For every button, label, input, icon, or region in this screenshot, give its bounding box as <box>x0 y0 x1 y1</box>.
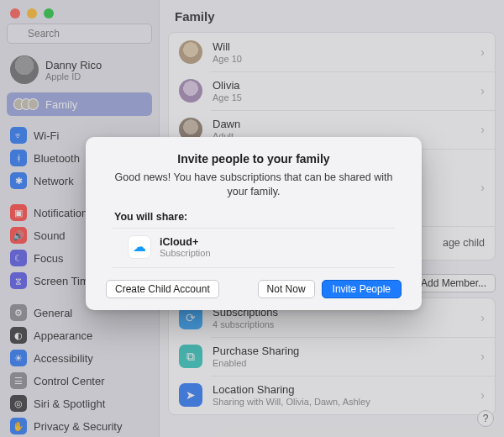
share-item-title: iCloud+ <box>160 236 211 248</box>
invite-people-button[interactable]: Invite People <box>322 280 402 298</box>
share-label: You will share: <box>99 211 408 228</box>
cloud-icon: ☁ <box>128 235 151 259</box>
share-item: ☁ iCloud+ Subscription <box>113 228 395 268</box>
invite-sheet: Invite people to your family Good news! … <box>86 137 422 310</box>
sheet-title: Invite people to your family <box>99 152 408 166</box>
sheet-lead: Good news! You have subscriptions that c… <box>109 171 398 199</box>
share-item-sub: Subscription <box>160 248 211 258</box>
create-child-button[interactable]: Create Child Account <box>106 280 219 298</box>
not-now-button[interactable]: Not Now <box>258 280 315 298</box>
